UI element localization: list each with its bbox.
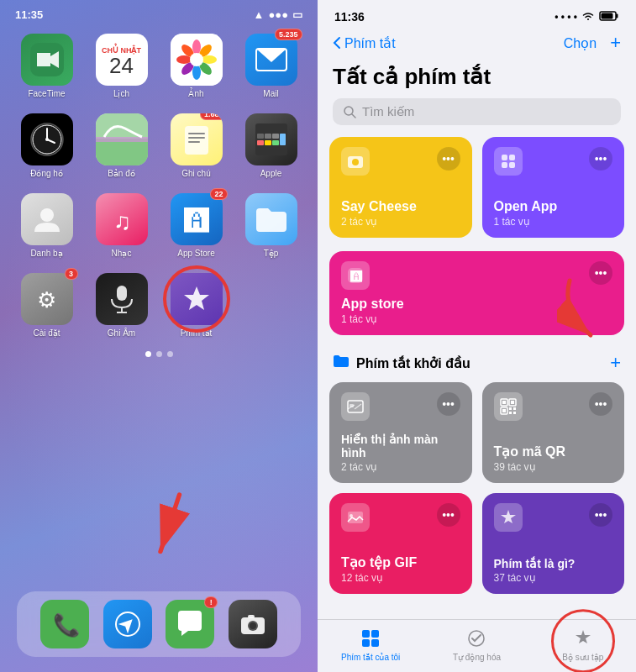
shortcut-open-app[interactable]: ••• Open App 1 tác vụ [482, 137, 625, 238]
choose-button[interactable]: Chọn [564, 35, 597, 51]
dock: 📞 ! [17, 591, 301, 657]
app-music[interactable]: ♫ Nhạc [92, 193, 151, 258]
svg-rect-76 [502, 409, 506, 412]
calendar-label: Lịch [113, 89, 129, 98]
app-calendar[interactable]: CHỦ NHẬT 24 Lịch [92, 34, 151, 98]
recorder-label: Ghi Âm [108, 328, 135, 338]
starter-section-header: Phím tắt khởi đầu + [329, 349, 624, 382]
status-bar-right: 11:36 • • • • [318, 0, 636, 29]
tab-bar: Phím tắt của tôi Tự động hóa Bộ sưu tập [318, 619, 636, 672]
open-app-title: Open App [494, 199, 613, 214]
app-contacts[interactable]: Danh bạ [17, 193, 76, 258]
files-label: Tệp [264, 249, 279, 258]
app-notes[interactable]: 1.682 Ghi chú [166, 113, 226, 178]
dock-camera[interactable] [229, 600, 277, 648]
qr-subtitle: 39 tác vụ [494, 461, 613, 473]
open-app-more[interactable]: ••• [589, 147, 612, 171]
app-recorder[interactable]: Ghi Âm [92, 273, 151, 338]
wifi-icon-right [581, 11, 595, 24]
app-appstore[interactable]: 22 🅰 App Store [166, 193, 226, 258]
search-icon [343, 105, 356, 118]
section-title: Phím tắt khởi đầu [333, 354, 470, 372]
app-facetime[interactable]: FaceTime [17, 34, 76, 98]
open-app-subtitle: 1 tác vụ [494, 216, 613, 228]
empty-icon [245, 273, 297, 325]
app-photos[interactable]: Ảnh [166, 34, 226, 98]
gif-more[interactable]: ••• [437, 503, 460, 527]
apple-label: Apple [260, 169, 282, 178]
app-clock[interactable]: Đồng hồ [17, 113, 76, 178]
section-title-text: Phím tắt khởi đầu [356, 355, 470, 371]
svg-rect-24 [185, 126, 208, 155]
say-cheese-header: ••• [341, 147, 460, 176]
svg-point-13 [190, 53, 203, 66]
search-bar[interactable]: Tìm kiếm [333, 98, 621, 125]
svg-rect-33 [265, 140, 271, 145]
app-mail[interactable]: 5.235 Mail [241, 34, 301, 98]
calendar-icon: CHỦ NHẬT 24 [96, 34, 148, 86]
tab-automation[interactable]: Tự động hóa [423, 627, 529, 662]
shortcuts-grid-top: ••• Say Cheese 2 tác vụ ••• Open App 1 [329, 137, 624, 238]
shortcuts-label: Phím tắt [181, 328, 213, 338]
app-shortcuts[interactable]: Phím tắt [166, 273, 226, 338]
dock-phone[interactable]: 📞 [40, 600, 89, 648]
qr-title: Tạo mã QR [494, 444, 613, 459]
shortcut-qr[interactable]: ••• Tạo mã QR 39 tác vụ [482, 382, 625, 483]
svg-rect-35 [280, 134, 286, 145]
svg-rect-40 [117, 286, 127, 301]
svg-rect-53 [616, 13, 618, 18]
search-placeholder: Tìm kiếm [362, 104, 414, 119]
page-dot-1 [145, 351, 151, 357]
app-store-arrow [557, 276, 607, 344]
settings-badge: 3 [65, 268, 78, 280]
tab-gallery[interactable]: Bộ sưu tập [530, 627, 636, 662]
app-store-wide-container: 🅰 ••• App store 1 tác vụ [329, 251, 624, 335]
page-dot-3 [167, 351, 173, 357]
status-icons-left: ▲ ●●● ▭ [254, 8, 302, 21]
screenshot-title: Hiển thị ảnh màn hình [341, 433, 460, 459]
contacts-label: Danh bạ [30, 249, 62, 258]
svg-text:🅰: 🅰 [184, 207, 209, 234]
svg-point-50 [250, 622, 256, 629]
what-title: Phím tắt là gì? [494, 557, 613, 570]
messages-badge: ! [204, 596, 218, 608]
app-files[interactable]: Tệp [241, 193, 301, 258]
what-more[interactable]: ••• [589, 503, 612, 527]
svg-rect-62 [502, 162, 507, 168]
nav-actions: Chọn + [564, 32, 621, 54]
screenshot-more[interactable]: ••• [437, 392, 460, 416]
app-settings[interactable]: 3 ⚙ Cài đặt [17, 273, 76, 338]
shortcut-say-cheese[interactable]: ••• Say Cheese 2 tác vụ [329, 137, 472, 238]
back-button[interactable]: Phím tắt [333, 35, 396, 51]
notes-label: Ghi chú [181, 169, 210, 178]
time-left: 11:35 [15, 8, 43, 21]
say-cheese-icon [341, 147, 370, 176]
screenshot-icon [341, 392, 370, 421]
app-maps[interactable]: Bản đồ [92, 113, 151, 178]
shortcut-screenshot[interactable]: ••• Hiển thị ảnh màn hình 2 tác vụ [329, 382, 472, 483]
shortcuts-content: ••• Say Cheese 2 tác vụ ••• Open App 1 [318, 137, 636, 619]
tab-my-shortcuts[interactable]: Phím tắt của tôi [318, 627, 423, 662]
screenshot-subtitle: 2 tác vụ [341, 461, 460, 473]
section-add-button[interactable]: + [610, 352, 621, 374]
svg-rect-78 [513, 407, 516, 410]
right-panel: 11:36 • • • • Phím tắt Chọn + Tất cả phí… [318, 0, 636, 672]
say-cheese-more[interactable]: ••• [437, 147, 460, 171]
battery-icon: ▭ [292, 8, 302, 21]
recorder-icon [96, 273, 148, 325]
svg-rect-29 [257, 134, 264, 139]
svg-point-9 [192, 65, 201, 80]
dock-messages[interactable]: ! [166, 600, 214, 648]
gif-subtitle: 12 tác vụ [341, 572, 460, 584]
svg-text:⚙: ⚙ [37, 287, 56, 312]
photos-label: Ảnh [188, 89, 203, 98]
svg-point-5 [192, 39, 201, 55]
shortcut-what[interactable]: ••• Phím tắt là gì? 37 tác vụ [482, 493, 625, 594]
svg-point-58 [352, 159, 359, 165]
shortcut-gif[interactable]: ••• Tạo tệp GIF 12 tác vụ [329, 493, 472, 594]
dock-safari[interactable] [103, 600, 152, 648]
app-apple[interactable]: Apple [241, 113, 301, 178]
gallery-icon [571, 627, 595, 650]
qr-more[interactable]: ••• [589, 392, 612, 416]
add-button[interactable]: + [610, 32, 621, 54]
